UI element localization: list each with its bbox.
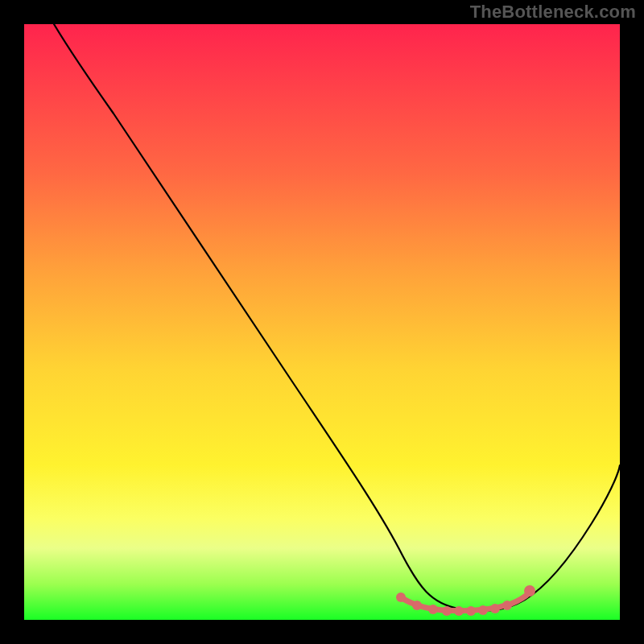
flat-dot: [396, 592, 406, 602]
flat-dot: [490, 604, 500, 613]
plot-area: [24, 24, 620, 620]
bottleneck-curve: [54, 24, 620, 611]
chart-frame: TheBottleneck.com: [0, 0, 644, 644]
flat-dot: [412, 601, 422, 610]
watermark-text: TheBottleneck.com: [470, 2, 636, 23]
flat-dot: [502, 601, 512, 610]
flat-dot: [454, 606, 464, 616]
flat-dot: [466, 606, 476, 616]
flat-dot: [478, 605, 488, 615]
flat-dot: [442, 606, 452, 616]
flat-dot: [524, 585, 535, 597]
curve-svg: [24, 24, 620, 620]
flat-dot: [428, 605, 438, 614]
